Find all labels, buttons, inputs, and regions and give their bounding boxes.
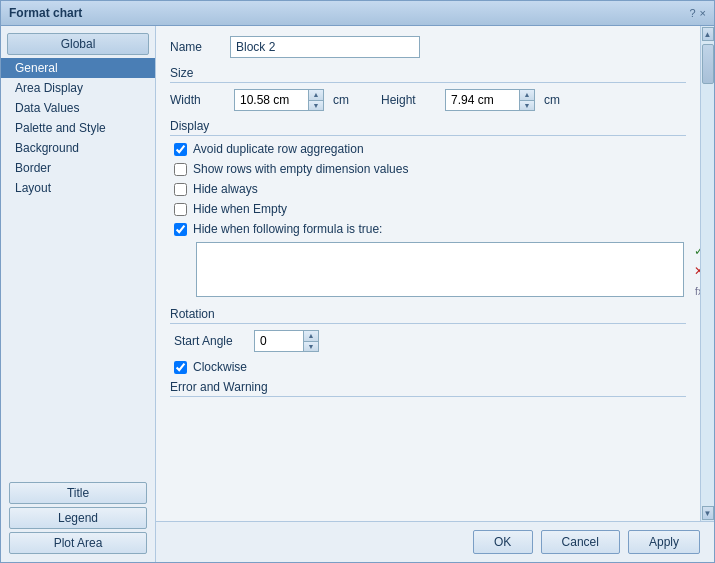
clockwise-row: Clockwise — [170, 360, 686, 374]
legend-button[interactable]: Legend — [9, 507, 147, 529]
height-spinner: ▲ ▼ — [445, 89, 535, 111]
sidebar-item-data-values[interactable]: Data Values — [1, 98, 155, 118]
show-empty-dim-label: Show rows with empty dimension values — [193, 162, 408, 176]
dialog-title: Format chart — [9, 6, 82, 20]
dialog-body: Global General Area Display Data Values … — [1, 26, 714, 562]
apply-button[interactable]: Apply — [628, 530, 700, 554]
width-group: Width ▲ ▼ cm — [170, 89, 349, 111]
sidebar-global-header[interactable]: Global — [7, 33, 149, 55]
size-section-title: Size — [170, 66, 686, 83]
width-spinner-buttons: ▲ ▼ — [309, 89, 324, 111]
start-angle-label: Start Angle — [174, 334, 254, 348]
main-content: Name Size Width ▲ ▼ — [156, 26, 714, 562]
formula-container: ✓ ✕ fx — [174, 242, 686, 297]
hide-always-checkbox[interactable] — [174, 183, 187, 196]
height-spinner-buttons: ▲ ▼ — [520, 89, 535, 111]
show-empty-dim-checkbox[interactable] — [174, 163, 187, 176]
hide-formula-label: Hide when following formula is true: — [193, 222, 382, 236]
cancel-button[interactable]: Cancel — [541, 530, 620, 554]
sidebar-item-palette-style[interactable]: Palette and Style — [1, 118, 155, 138]
start-angle-row: Start Angle ▲ ▼ — [174, 330, 686, 352]
sidebar-item-layout[interactable]: Layout — [1, 178, 155, 198]
sidebar: Global General Area Display Data Values … — [1, 26, 156, 562]
sidebar-bottom-buttons: Title Legend Plot Area — [1, 478, 155, 558]
hide-formula-checkbox[interactable] — [174, 223, 187, 236]
name-row: Name — [170, 36, 686, 58]
height-label: Height — [381, 93, 441, 107]
start-angle-spinner: ▲ ▼ — [254, 330, 319, 352]
help-icon[interactable]: ? — [689, 7, 695, 19]
width-down-button[interactable]: ▼ — [309, 101, 323, 111]
start-angle-input[interactable] — [254, 330, 304, 352]
format-chart-dialog: Format chart ? × Global General Area Dis… — [0, 0, 715, 563]
formula-fx-icon[interactable]: fx — [690, 282, 700, 300]
height-down-button[interactable]: ▼ — [520, 101, 534, 111]
width-spinner: ▲ ▼ — [234, 89, 324, 111]
title-bar: Format chart ? × — [1, 1, 714, 26]
scrollbar-thumb[interactable] — [702, 44, 714, 84]
height-input[interactable] — [445, 89, 520, 111]
avoid-dup-label: Avoid duplicate row aggregation — [193, 142, 364, 156]
formula-confirm-icon[interactable]: ✓ — [690, 242, 700, 260]
start-angle-spinner-buttons: ▲ ▼ — [304, 330, 319, 352]
content-area: Name Size Width ▲ ▼ — [156, 26, 700, 521]
scroll-down-button[interactable]: ▼ — [702, 506, 714, 520]
formula-box — [196, 242, 684, 297]
title-bar-controls: ? × — [689, 7, 706, 19]
height-group: Height ▲ ▼ cm — [365, 89, 560, 111]
display-section-title: Display — [170, 119, 686, 136]
formula-action-icons: ✓ ✕ fx — [690, 242, 700, 300]
checkbox-hide-always-row: Hide always — [170, 182, 686, 196]
name-input[interactable] — [230, 36, 420, 58]
hide-always-label: Hide always — [193, 182, 258, 196]
size-row: Width ▲ ▼ cm Height — [170, 89, 686, 111]
scroll-up-button[interactable]: ▲ — [702, 27, 714, 41]
sidebar-item-general[interactable]: General — [1, 58, 155, 78]
sidebar-item-background[interactable]: Background — [1, 138, 155, 158]
error-section-title: Error and Warning — [170, 380, 686, 397]
name-label: Name — [170, 40, 230, 54]
clockwise-checkbox[interactable] — [174, 361, 187, 374]
title-button[interactable]: Title — [9, 482, 147, 504]
start-angle-up-button[interactable]: ▲ — [304, 331, 318, 342]
checkbox-show-empty-dim-row: Show rows with empty dimension values — [170, 162, 686, 176]
checkbox-avoid-dup-row: Avoid duplicate row aggregation — [170, 142, 686, 156]
scrollbar-track: ▲ ▼ — [700, 26, 714, 521]
width-input[interactable] — [234, 89, 309, 111]
formula-cancel-icon[interactable]: ✕ — [690, 262, 700, 280]
height-unit: cm — [544, 93, 560, 107]
sidebar-item-area-display[interactable]: Area Display — [1, 78, 155, 98]
width-up-button[interactable]: ▲ — [309, 90, 323, 101]
hide-when-empty-checkbox[interactable] — [174, 203, 187, 216]
checkbox-hide-empty-row: Hide when Empty — [170, 202, 686, 216]
width-label: Width — [170, 93, 230, 107]
rotation-section-title: Rotation — [170, 307, 686, 324]
formula-textarea[interactable] — [197, 243, 683, 296]
sidebar-item-border[interactable]: Border — [1, 158, 155, 178]
clockwise-label: Clockwise — [193, 360, 247, 374]
plot-area-button[interactable]: Plot Area — [9, 532, 147, 554]
width-unit: cm — [333, 93, 349, 107]
hide-when-empty-label: Hide when Empty — [193, 202, 287, 216]
checkbox-hide-formula-row: Hide when following formula is true: — [170, 222, 686, 236]
start-angle-down-button[interactable]: ▼ — [304, 342, 318, 352]
avoid-dup-checkbox[interactable] — [174, 143, 187, 156]
dialog-footer: OK Cancel Apply — [156, 521, 714, 562]
ok-button[interactable]: OK — [473, 530, 533, 554]
height-up-button[interactable]: ▲ — [520, 90, 534, 101]
close-icon[interactable]: × — [700, 7, 706, 19]
